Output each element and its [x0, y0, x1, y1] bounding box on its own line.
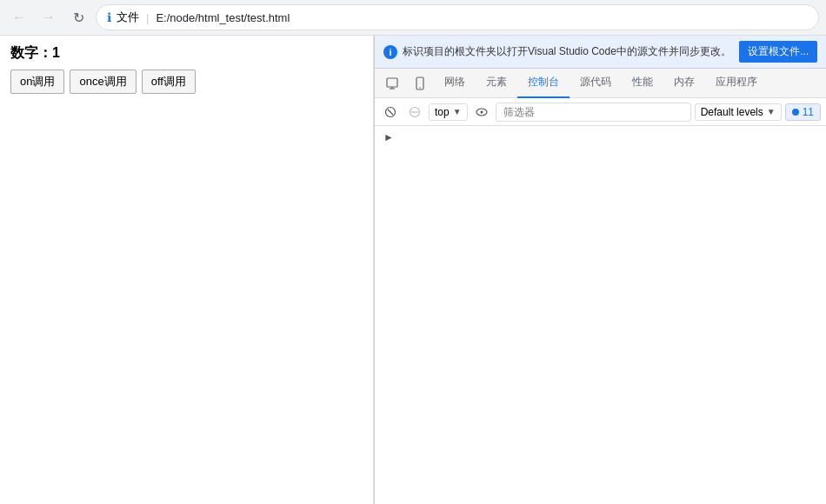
address-info-icon: ℹ: [107, 10, 111, 24]
devtools-panel: i 标识项目的根文件夹以打开Visual Studio Code中的源文件并同步…: [374, 36, 826, 504]
tab-elements[interactable]: 元素: [476, 69, 517, 98]
devtools-tabs: 网络 元素 控制台 源代码 性能 内存 应用程序: [375, 69, 826, 98]
devtools-info-bar: i 标识项目的根文件夹以打开Visual Studio Code中的源文件并同步…: [375, 36, 826, 69]
info-circle-icon: i: [383, 45, 397, 59]
address-file-label: 文件: [117, 10, 139, 25]
number-value: 1: [52, 45, 60, 60]
webpage-content: 数字：1 on调用 once调用 off调用: [0, 36, 374, 504]
reload-button[interactable]: ↻: [66, 5, 90, 30]
browser-chrome: ← → ↻ ℹ 文件 | E:/node/html_test/test.html: [0, 0, 826, 36]
context-selector[interactable]: top ▼: [429, 103, 468, 121]
tab-network[interactable]: 网络: [434, 69, 476, 98]
console-expand-arrow[interactable]: ►: [380, 129, 397, 145]
devtools-mobile-icon[interactable]: [406, 69, 434, 98]
devtools-toolbar: top ▼ Default levels ▼ 11: [375, 98, 826, 126]
tab-console[interactable]: 控制台: [517, 69, 570, 98]
context-label: top: [435, 106, 450, 118]
page-number: 数字：1: [10, 44, 363, 63]
levels-label: Default levels: [701, 106, 763, 118]
address-url[interactable]: E:/node/html_test/test.html: [156, 11, 290, 24]
levels-chevron-icon: ▼: [767, 107, 776, 116]
tab-application[interactable]: 应用程序: [705, 69, 768, 98]
once-btn[interactable]: once调用: [70, 70, 136, 94]
context-chevron-icon: ▼: [453, 107, 462, 116]
svg-point-4: [419, 87, 421, 89]
page-buttons: on调用 once调用 off调用: [10, 70, 363, 94]
back-button[interactable]: ←: [7, 5, 31, 30]
page-area: 数字：1 on调用 once调用 off调用 i 标识项目的根文件夹以打开Vis…: [0, 36, 826, 504]
svg-point-10: [480, 110, 483, 113]
clear-console-button[interactable]: [380, 102, 401, 123]
nav-bar: ← → ↻ ℹ 文件 | E:/node/html_test/test.html: [0, 0, 826, 35]
block-requests-button[interactable]: [404, 102, 425, 123]
live-expression-button[interactable]: [471, 102, 492, 123]
message-count-badge[interactable]: 11: [785, 103, 821, 121]
address-separator: |: [146, 11, 149, 24]
message-dot-icon: [792, 109, 799, 116]
svg-rect-0: [387, 78, 397, 87]
devtools-inspect-icon[interactable]: [378, 69, 406, 98]
tab-memory[interactable]: 内存: [663, 69, 705, 98]
filter-input[interactable]: [496, 103, 691, 122]
svg-line-6: [388, 109, 393, 115]
devtools-console: ►: [375, 126, 826, 504]
number-label: 数字：: [10, 45, 52, 60]
tab-sources[interactable]: 源代码: [570, 69, 622, 98]
devtools-info-text: 标识项目的根文件夹以打开Visual Studio Code中的源文件并同步更改…: [403, 44, 734, 59]
message-count: 11: [803, 106, 814, 118]
log-levels-selector[interactable]: Default levels ▼: [695, 103, 782, 121]
devtools-setup-button[interactable]: 设置根文件...: [739, 41, 817, 63]
tab-performance[interactable]: 性能: [622, 69, 663, 98]
forward-button[interactable]: →: [37, 5, 61, 30]
address-bar: ℹ 文件 | E:/node/html_test/test.html: [96, 4, 819, 30]
off-btn[interactable]: off调用: [142, 70, 196, 94]
on-btn[interactable]: on调用: [10, 70, 64, 94]
